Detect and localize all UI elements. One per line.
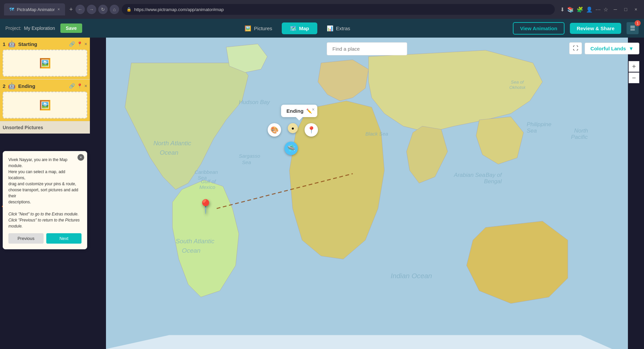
- scene-1-thumbnail-icon: 🖼️: [39, 58, 51, 69]
- header-tabs: 🖼️ Pictures 🗺️ Map 📊 Extras: [236, 22, 358, 34]
- forward-button[interactable]: →: [87, 5, 96, 14]
- tab-close-icon[interactable]: ×: [57, 7, 60, 12]
- close-button[interactable]: ×: [632, 5, 640, 13]
- tutorial-close-button[interactable]: ×: [77, 154, 84, 161]
- svg-text:Arabian Sea: Arabian Sea: [453, 172, 485, 178]
- scene-ending-header: 2 🤖 Ending 🔗 📍 ×: [3, 82, 87, 90]
- view-animation-button[interactable]: View Animation: [513, 22, 565, 35]
- window-controls: ─ □ ×: [611, 5, 640, 13]
- map-style-dropdown[interactable]: Colorful Lands ▼: [585, 43, 639, 54]
- find-place-input[interactable]: [327, 42, 407, 55]
- back-button[interactable]: ←: [75, 5, 85, 14]
- extensions-icon[interactable]: 🧩: [577, 6, 583, 13]
- tab-favicon: 🗺: [9, 7, 14, 12]
- tutorial-line-5: descriptions.: [8, 199, 82, 205]
- svg-text:Sea of: Sea of: [511, 80, 524, 85]
- scene-1-actions: 🔗 📍 ×: [69, 41, 87, 47]
- project-name: My Exploration: [24, 26, 55, 31]
- app-header: Project: My Exploration Save 🖼️ Pictures…: [0, 19, 644, 38]
- scene-1-thumbnail: 🖼️: [3, 50, 87, 77]
- tab-map[interactable]: 🗺️ Map: [282, 22, 317, 34]
- scene-2-number: 2: [3, 83, 5, 89]
- save-button[interactable]: Save: [60, 23, 82, 33]
- map-search: [327, 42, 407, 55]
- map-area[interactable]: North Atlantic Ocean South Atlantic Ocea…: [90, 38, 644, 349]
- home-button[interactable]: ⌂: [110, 5, 119, 14]
- svg-text:South Atlantic: South Atlantic: [175, 238, 214, 245]
- map-tab-icon: 🗺️: [290, 25, 297, 32]
- svg-text:Ocean: Ocean: [182, 247, 201, 254]
- transport-icon[interactable]: 🛸: [284, 142, 298, 155]
- nav-buttons: ← → ↻ ⌂: [75, 5, 119, 14]
- fit-map-button[interactable]: ⛶: [569, 42, 582, 54]
- minimize-button[interactable]: ─: [611, 5, 620, 13]
- star-icon[interactable]: ☆: [603, 6, 608, 13]
- scene-starting: 1 🤖 Starting 🔗 📍 × 🖼️: [0, 38, 90, 80]
- svg-text:Bay of: Bay of: [486, 172, 502, 178]
- sidebar: 1 🤖 Starting 🔗 📍 × 🖼️ 2 🤖: [0, 38, 90, 134]
- svg-text:Caribbean: Caribbean: [195, 169, 218, 175]
- map-style-arrow-icon: ▼: [629, 46, 634, 51]
- popup-edit-button[interactable]: ✏️: [306, 108, 312, 114]
- scene-2-pin-btn[interactable]: 📍: [77, 83, 83, 89]
- tutorial-popup: × Vivek Nayyar, you are in the Map modul…: [3, 151, 87, 249]
- color-wheel-icon[interactable]: 🎨: [268, 123, 281, 137]
- review-share-button[interactable]: Review & Share: [570, 23, 621, 34]
- svg-text:Sea: Sea: [242, 159, 251, 165]
- refresh-button[interactable]: ↻: [98, 5, 108, 14]
- svg-text:Philippine: Philippine: [527, 121, 551, 128]
- scene-2-actions: 🔗 📍 ×: [69, 83, 87, 89]
- scene-1-icon: 🤖: [8, 40, 15, 48]
- svg-text:Indian Ocean: Indian Ocean: [391, 272, 432, 280]
- scene-1-link-btn[interactable]: 🔗: [69, 41, 75, 47]
- south-america-pin[interactable]: 📍: [197, 199, 214, 214]
- scene-2-delete-btn[interactable]: ×: [85, 83, 87, 89]
- svg-text:Mexico: Mexico: [199, 184, 215, 190]
- new-tab-button[interactable]: +: [69, 6, 73, 13]
- address-bar[interactable]: 🔒 https://www.pictramap.com/app/animator…: [122, 4, 555, 15]
- tab-pictures[interactable]: 🖼️ Pictures: [236, 22, 280, 34]
- profile-icon[interactable]: 👤: [586, 6, 593, 13]
- settings-icon[interactable]: ⋯: [595, 6, 601, 13]
- tutorial-buttons: Previous Next: [8, 233, 82, 244]
- previous-button[interactable]: Previous: [8, 233, 44, 244]
- scene-starting-header: 1 🤖 Starting 🔗 📍 ×: [3, 40, 87, 48]
- browser-chrome: 🗺 PictraMap Animator × + ← → ↻ ⌂ 🔒 https…: [0, 0, 644, 19]
- maximize-button[interactable]: □: [622, 5, 630, 13]
- tutorial-line-6: Click "Next" to go to the Extras module.: [8, 211, 82, 217]
- zoom-controls: + −: [629, 61, 639, 83]
- downloads-icon[interactable]: ⬇: [560, 6, 565, 13]
- svg-text:Pacific: Pacific: [571, 134, 588, 140]
- svg-text:North Atlantic: North Atlantic: [153, 140, 191, 147]
- tab-title: PictraMap Animator: [17, 7, 55, 12]
- tab-extras[interactable]: 📊 Extras: [319, 22, 359, 34]
- menu-button-wrap: ☰ 1: [627, 22, 639, 34]
- tutorial-line-7: Click "Previous" to return to the Pictur…: [8, 217, 82, 229]
- popup-title: Ending: [286, 108, 304, 114]
- red-pin-icon[interactable]: 📍: [305, 123, 318, 137]
- project-label: Project:: [5, 26, 21, 31]
- svg-text:Black Sea: Black Sea: [365, 131, 388, 137]
- scene-2-icon: 🤖: [8, 82, 15, 90]
- browser-tab[interactable]: 🗺 PictraMap Animator ×: [4, 3, 65, 15]
- scene-1-delete-btn[interactable]: ×: [85, 41, 87, 47]
- url-text: https://www.pictramap.com/app/animator#m…: [134, 7, 224, 12]
- extras-tab-icon: 📊: [327, 25, 333, 32]
- svg-text:Hudson Bay: Hudson Bay: [239, 99, 270, 105]
- next-button[interactable]: Next: [46, 233, 82, 244]
- unsorted-section: Unsorted Pictures: [0, 121, 90, 134]
- map-tab-label: Map: [299, 26, 309, 31]
- project-info: Project: My Exploration: [5, 26, 55, 31]
- zoom-out-button[interactable]: −: [629, 72, 639, 83]
- svg-text:Okhotsk: Okhotsk: [509, 85, 526, 90]
- popup-close-button[interactable]: ×: [312, 107, 315, 112]
- scene-2-title: Ending: [18, 83, 66, 89]
- main-content: 1 🤖 Starting 🔗 📍 × 🖼️ 2 🤖: [0, 38, 644, 349]
- browser-actions: ⬇ 📚 🧩 👤 ⋯ ☆: [560, 6, 608, 13]
- zoom-in-button[interactable]: +: [629, 61, 639, 72]
- scene-2-link-btn[interactable]: 🔗: [69, 83, 75, 89]
- yellow-dot-icon[interactable]: ●: [288, 123, 298, 133]
- scene-1-pin-btn[interactable]: 📍: [77, 41, 83, 47]
- pictures-tab-label: Pictures: [254, 26, 272, 31]
- bookmarks-icon[interactable]: 📚: [567, 6, 574, 13]
